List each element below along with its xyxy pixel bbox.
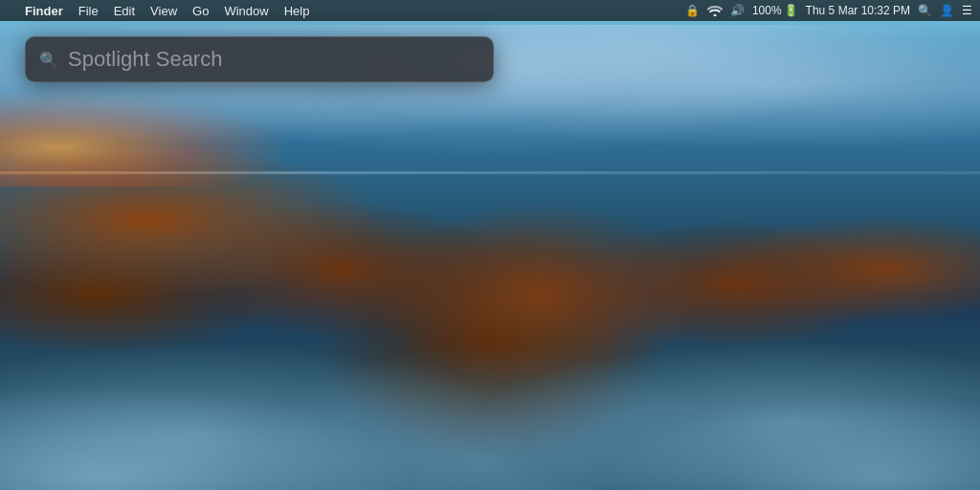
- battery-percentage: 100%: [752, 4, 782, 17]
- menubar-right: 🔒 🔊 100% 🔋 Thu 5 Mar 10:32 PM 🔍 👤 ☰: [685, 4, 972, 17]
- menubar-left: Finder File Edit View Go Window Help: [8, 4, 309, 18]
- horizon-line: [0, 171, 980, 174]
- menu-file[interactable]: File: [78, 4, 99, 18]
- app-name[interactable]: Finder: [25, 4, 63, 18]
- menu-extras-icon[interactable]: ☰: [962, 4, 972, 17]
- spotlight-menubar-icon[interactable]: 🔍: [918, 4, 932, 17]
- menubar: Finder File Edit View Go Window Help 🔒 🔊…: [0, 0, 980, 21]
- battery-icon: 🔋: [784, 4, 798, 17]
- spotlight-bar[interactable]: 🔍: [25, 36, 494, 82]
- spotlight-input[interactable]: [68, 47, 479, 72]
- spotlight-container: 🔍: [25, 36, 494, 82]
- spotlight-search-icon: 🔍: [39, 51, 58, 69]
- volume-icon[interactable]: 🔊: [730, 4, 745, 17]
- water-mist: [0, 220, 980, 490]
- menu-edit[interactable]: Edit: [114, 4, 135, 18]
- lock-icon: 🔒: [685, 4, 700, 17]
- datetime-display: Thu 5 Mar 10:32 PM: [806, 4, 910, 17]
- menu-window[interactable]: Window: [224, 4, 268, 18]
- menu-view[interactable]: View: [150, 4, 177, 18]
- wifi-icon[interactable]: [707, 5, 723, 16]
- user-account-icon[interactable]: 👤: [940, 4, 954, 17]
- menu-help[interactable]: Help: [284, 4, 310, 18]
- battery-indicator[interactable]: 100% 🔋: [752, 4, 798, 17]
- menu-go[interactable]: Go: [192, 4, 209, 18]
